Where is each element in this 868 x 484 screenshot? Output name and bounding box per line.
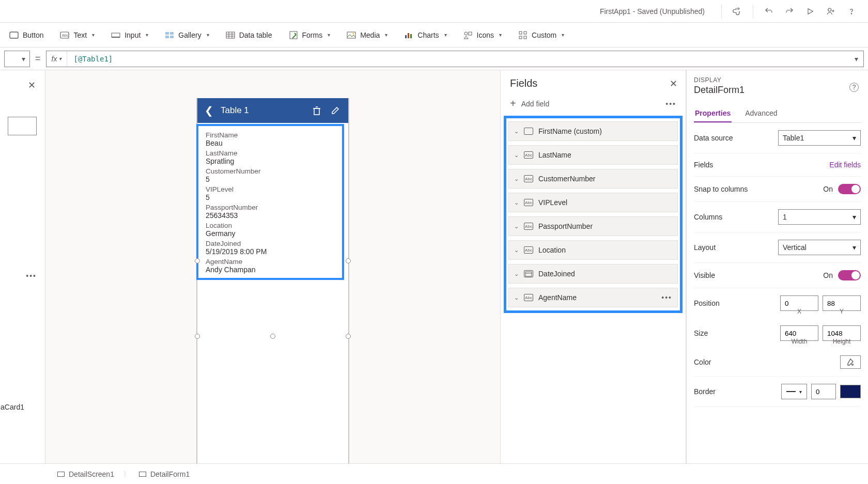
tree-panel: ✕ ••• aCard1 bbox=[0, 70, 45, 463]
ribbon-icons[interactable]: Icons ▾ bbox=[456, 27, 509, 43]
detail-form-selection[interactable]: FirstNameBeauLastNameSpratlingCustomerNu… bbox=[196, 124, 344, 280]
canvas[interactable]: ❮ Table 1 FirstNameBeauLastNameSpratling… bbox=[45, 70, 500, 463]
close-icon[interactable]: ✕ bbox=[670, 78, 677, 89]
more-icon[interactable]: ••• bbox=[26, 272, 37, 280]
prop-position-label: Position bbox=[694, 299, 720, 307]
play-icon[interactable] bbox=[802, 3, 818, 20]
back-icon[interactable]: ❮ bbox=[205, 104, 213, 117]
edit-fields-link[interactable]: Edit fields bbox=[829, 161, 861, 169]
ribbon-text[interactable]: Abc Text ▾ bbox=[53, 27, 102, 43]
svg-point-2 bbox=[828, 8, 831, 11]
ribbon-input[interactable]: Input ▾ bbox=[104, 27, 156, 43]
field-item[interactable]: ⌄FirstName (custom) bbox=[508, 121, 678, 141]
tab-advanced[interactable]: Advanced bbox=[744, 105, 778, 122]
field-name: LastName bbox=[538, 151, 672, 159]
breadcrumb-form[interactable]: DetailForm1 bbox=[133, 467, 195, 481]
datacard-label: AgentName bbox=[206, 258, 335, 266]
breadcrumb-screen[interactable]: DetailScreen1 bbox=[52, 467, 120, 481]
expand-formula-icon[interactable]: ▾ bbox=[849, 55, 863, 63]
svg-rect-34 bbox=[524, 36, 526, 39]
abc-icon: Abc bbox=[524, 294, 533, 301]
redo-icon[interactable] bbox=[781, 3, 798, 20]
ribbon-gallery[interactable]: Gallery ▾ bbox=[158, 27, 216, 43]
fields-panel: Fields ✕ + Add field ••• ⌄FirstName (cus… bbox=[500, 70, 686, 463]
field-item[interactable]: ⌄AbcLastName bbox=[508, 145, 678, 165]
border-width-input[interactable] bbox=[811, 384, 836, 399]
card-icon bbox=[524, 128, 533, 135]
visible-toggle[interactable] bbox=[838, 270, 861, 280]
toggle-state: On bbox=[823, 271, 833, 279]
field-item[interactable]: ⌄DateJoined bbox=[508, 264, 678, 284]
help-icon[interactable] bbox=[843, 3, 860, 20]
undo-icon[interactable] bbox=[761, 3, 777, 20]
ribbon-custom[interactable]: Custom ▾ bbox=[511, 27, 571, 43]
ribbon-forms[interactable]: Forms ▾ bbox=[282, 27, 338, 43]
health-icon[interactable] bbox=[729, 3, 746, 20]
delete-icon[interactable] bbox=[311, 106, 322, 115]
share-icon[interactable] bbox=[823, 3, 839, 20]
properties-panel: DISPLAY DetailForm1 ? Properties Advance… bbox=[686, 70, 868, 463]
chevron-down-icon: ▾ bbox=[444, 32, 447, 38]
svg-rect-13 bbox=[165, 36, 169, 38]
columns-select[interactable]: 1 ▾ bbox=[778, 209, 861, 225]
svg-rect-14 bbox=[170, 36, 174, 38]
resize-handle[interactable] bbox=[346, 334, 351, 339]
snap-toggle[interactable] bbox=[838, 184, 861, 194]
datasource-select[interactable]: Table1 ▾ bbox=[778, 130, 861, 146]
border-style-select[interactable]: ▾ bbox=[781, 384, 807, 399]
resize-handle[interactable] bbox=[195, 258, 200, 263]
phone-appbar: ❮ Table 1 bbox=[197, 98, 348, 123]
resize-handle[interactable] bbox=[195, 334, 200, 339]
tab-properties[interactable]: Properties bbox=[694, 105, 732, 122]
equals-sign: = bbox=[35, 53, 41, 64]
chevron-down-icon: ⌄ bbox=[514, 223, 519, 230]
button-icon bbox=[9, 30, 19, 40]
formula-input[interactable]: [@Table1] bbox=[67, 55, 849, 63]
search-input[interactable] bbox=[8, 117, 37, 135]
ribbon-datatable[interactable]: Data table bbox=[219, 27, 280, 43]
field-item[interactable]: ⌄AbcAgentName••• bbox=[508, 288, 678, 307]
border-color-picker[interactable] bbox=[840, 385, 861, 398]
help-icon[interactable]: ? bbox=[849, 83, 859, 92]
data-cards: FirstNameBeauLastNameSpratlingCustomerNu… bbox=[198, 126, 342, 278]
add-field-label[interactable]: Add field bbox=[521, 100, 549, 108]
tree-item-acard[interactable]: aCard1 bbox=[1, 403, 24, 411]
property-selector[interactable]: ▾ bbox=[4, 51, 30, 67]
more-icon[interactable]: ••• bbox=[665, 100, 676, 108]
abc-icon: Abc bbox=[524, 151, 533, 159]
field-item[interactable]: ⌄AbcLocation bbox=[508, 240, 678, 260]
svg-rect-35 bbox=[314, 108, 319, 115]
resize-handle[interactable] bbox=[270, 334, 275, 339]
abc-icon: Abc bbox=[524, 175, 533, 182]
chevron-down-icon: ⌄ bbox=[514, 271, 519, 277]
svg-rect-15 bbox=[226, 32, 235, 38]
fx-label[interactable]: fx▾ bbox=[47, 51, 68, 67]
layout-select[interactable]: Vertical ▾ bbox=[778, 240, 861, 255]
section-label: DISPLAY bbox=[694, 76, 861, 84]
field-item[interactable]: ⌄AbcPassportNumber bbox=[508, 216, 678, 236]
abc-icon: Abc bbox=[524, 223, 533, 230]
app-title: FirstApp1 - Saved (Unpublished) bbox=[600, 7, 705, 15]
field-item[interactable]: ⌄AbcVIPLevel bbox=[508, 193, 678, 212]
svg-marker-30 bbox=[464, 36, 468, 39]
ribbon-label: Icons bbox=[477, 31, 494, 39]
calendar-icon bbox=[524, 270, 533, 277]
color-picker[interactable] bbox=[840, 355, 861, 369]
more-icon[interactable]: ••• bbox=[661, 293, 672, 302]
field-item[interactable]: ⌄AbcCustomerNumber bbox=[508, 169, 678, 189]
ribbon-label: Text bbox=[73, 31, 87, 39]
prop-visible-label: Visible bbox=[694, 271, 715, 279]
close-icon[interactable]: ✕ bbox=[28, 80, 36, 91]
ribbon-button[interactable]: Button bbox=[2, 27, 51, 43]
resize-handle[interactable] bbox=[346, 258, 351, 263]
ribbon-charts[interactable]: Charts ▾ bbox=[397, 27, 454, 43]
add-icon[interactable]: + bbox=[510, 98, 516, 110]
ribbon-media[interactable]: Media ▾ bbox=[339, 27, 395, 43]
svg-point-28 bbox=[464, 32, 468, 35]
ribbon-label: Custom bbox=[532, 31, 556, 39]
datacard-label: DateJoined bbox=[206, 240, 335, 247]
edit-icon[interactable] bbox=[330, 106, 341, 115]
ribbon-label: Media bbox=[360, 31, 380, 39]
svg-point-5 bbox=[851, 13, 851, 13]
datacard-label: Location bbox=[206, 222, 335, 229]
